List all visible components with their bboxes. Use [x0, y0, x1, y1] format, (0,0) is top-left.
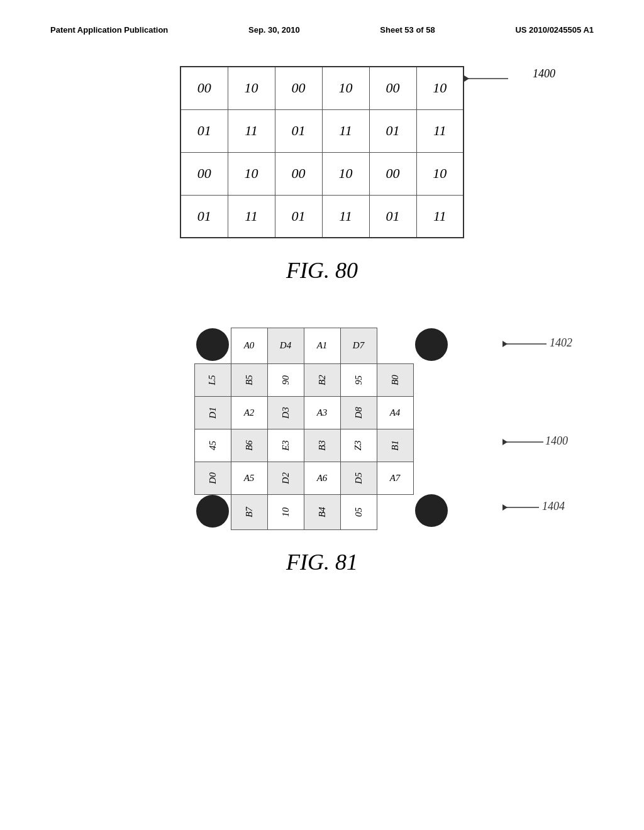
svg-text:1402: 1402	[550, 336, 572, 349]
fig81-r3c1: 45	[194, 429, 231, 462]
fig81-row-1: L5 B5 90 B2 95 B0	[194, 363, 450, 396]
page-header: Patent Application Publication Sep. 30, …	[50, 25, 594, 35]
fig81-r3c4: B3	[304, 429, 340, 462]
fig81-r5c5: 05	[340, 494, 377, 530]
fig80-cell-r4c1: 01	[180, 195, 228, 238]
fig80-cell-r4c4: 11	[322, 195, 369, 238]
header-left: Patent Application Publication	[50, 25, 168, 35]
header-date: Sep. 30, 2010	[248, 25, 300, 35]
fig80-grid: 00 10 00 10 00 10 01 11 01 11 01 11	[180, 66, 464, 238]
fig81-r4c1: D0	[194, 462, 231, 494]
fig81-r3c5: Z3	[340, 429, 377, 462]
fig81-row-2: D1 A2 D3 A3 D8 A4	[194, 396, 450, 429]
fig81-row-0: A0 D4 A1 D7	[194, 328, 450, 364]
fig81-wrapper: 1402 1400 1404 A0	[194, 328, 450, 530]
fig81-r2c4: A3	[304, 396, 340, 429]
fig81-r5c3: 10	[267, 494, 304, 530]
fig80-cell-r1c2: 10	[228, 67, 275, 109]
arrow-1400-fig80	[464, 69, 521, 88]
fig80-cell-r2c6: 11	[416, 109, 464, 152]
fig80-cell-r3c2: 10	[228, 152, 275, 195]
fig80-cell-r3c4: 10	[322, 152, 369, 195]
fig80-row-4: 01 11 01 11 01 11	[180, 195, 464, 238]
fig80-cell-r2c1: 01	[180, 109, 228, 152]
fig81-circle-bl	[194, 494, 231, 530]
fig81-r1c4: B2	[304, 363, 340, 396]
svg-marker-6	[502, 439, 508, 445]
header-sheet: Sheet 53 of 58	[380, 25, 435, 35]
fig80-cell-r1c5: 00	[369, 67, 416, 109]
svg-marker-3	[502, 341, 508, 347]
fig81-section: 1402 1400 1404 A0	[50, 328, 594, 594]
fig81-r5c4: B4	[304, 494, 340, 530]
fig81-r1c2: B5	[231, 363, 267, 396]
fig81-r1c1: L5	[194, 363, 231, 396]
fig81-r4c7	[413, 462, 450, 494]
fig81-r1c7	[413, 363, 450, 396]
fig81-grid: A0 D4 A1 D7 L5 B5 90 B2	[194, 328, 450, 530]
svg-text:1400: 1400	[545, 434, 568, 447]
fig81-r4c4: A6	[304, 462, 340, 494]
svg-marker-1	[464, 75, 469, 82]
fig81-caption: FIG. 81	[286, 549, 358, 575]
fig81-r2c6: A4	[377, 396, 413, 429]
fig81-r5c2: B7	[231, 494, 267, 530]
fig81-r5c6	[377, 494, 413, 530]
fig80-cell-r4c5: 01	[369, 195, 416, 238]
fig80-cell-r4c2: 11	[228, 195, 275, 238]
fig81-r1c6: B0	[377, 363, 413, 396]
fig81-r1c5: 95	[340, 363, 377, 396]
fig81-r2c3: D3	[267, 396, 304, 429]
fig80-cell-r1c6: 10	[416, 67, 464, 109]
fig80-cell-r2c3: 01	[275, 109, 322, 152]
fig81-row-3: 45 B6 E3 B3 Z3 B1	[194, 429, 450, 462]
fig81-r4c6: A7	[377, 462, 413, 494]
fig81-r1c3: 90	[267, 363, 304, 396]
fig81-r0c2: A0	[231, 328, 267, 364]
fig81-r2c1: D1	[194, 396, 231, 429]
fig81-r0c6	[377, 328, 413, 364]
fig81-r2c5: D8	[340, 396, 377, 429]
svg-marker-9	[502, 504, 508, 511]
fig81-r0c3: D4	[267, 328, 304, 364]
fig80-row-2: 01 11 01 11 01 11	[180, 109, 464, 152]
fig80-cell-r1c3: 00	[275, 67, 322, 109]
fig80-cell-r3c1: 00	[180, 152, 228, 195]
svg-text:1404: 1404	[542, 500, 565, 512]
fig81-r3c2: B6	[231, 429, 267, 462]
fig81-circle-tl	[194, 328, 231, 364]
fig80-caption: FIG. 80	[286, 257, 358, 284]
fig80-cell-r4c3: 01	[275, 195, 322, 238]
fig81-r4c5: D5	[340, 462, 377, 494]
fig81-r3c7	[413, 429, 450, 462]
fig80-cell-r2c5: 01	[369, 109, 416, 152]
fig81-circle-tr	[413, 328, 450, 364]
fig80-row-1: 00 10 00 10 00 10	[180, 67, 464, 109]
fig81-circle-br	[413, 494, 450, 530]
fig80-cell-r4c6: 11	[416, 195, 464, 238]
fig80-cell-r3c3: 00	[275, 152, 322, 195]
fig80-section: 00 10 00 10 00 10 01 11 01 11 01 11	[50, 53, 594, 302]
fig81-r3c6: B1	[377, 429, 413, 462]
label-1400-fig80: 1400	[533, 67, 555, 80]
fig80-cell-r1c4: 10	[322, 67, 369, 109]
fig81-r4c3: D2	[267, 462, 304, 494]
fig81-row-5: B7 10 B4 05	[194, 494, 450, 530]
fig81-r0c4: A1	[304, 328, 340, 364]
fig81-row-4: D0 A5 D2 A6 D5 A7	[194, 462, 450, 494]
fig81-r3c3: E3	[267, 429, 304, 462]
fig80-cell-r2c2: 11	[228, 109, 275, 152]
fig80-grid-wrapper: 00 10 00 10 00 10 01 11 01 11 01 11	[180, 66, 464, 238]
fig80-cell-r3c5: 00	[369, 152, 416, 195]
header-patent: US 2010/0245505 A1	[515, 25, 594, 35]
fig81-r2c7	[413, 396, 450, 429]
fig81-r2c2: A2	[231, 396, 267, 429]
fig81-r0c5: D7	[340, 328, 377, 364]
fig80-row-3: 00 10 00 10 00 10	[180, 152, 464, 195]
fig80-cell-r3c6: 10	[416, 152, 464, 195]
fig80-cell-r1c1: 00	[180, 67, 228, 109]
fig80-cell-r2c4: 11	[322, 109, 369, 152]
fig81-r4c2: A5	[231, 462, 267, 494]
